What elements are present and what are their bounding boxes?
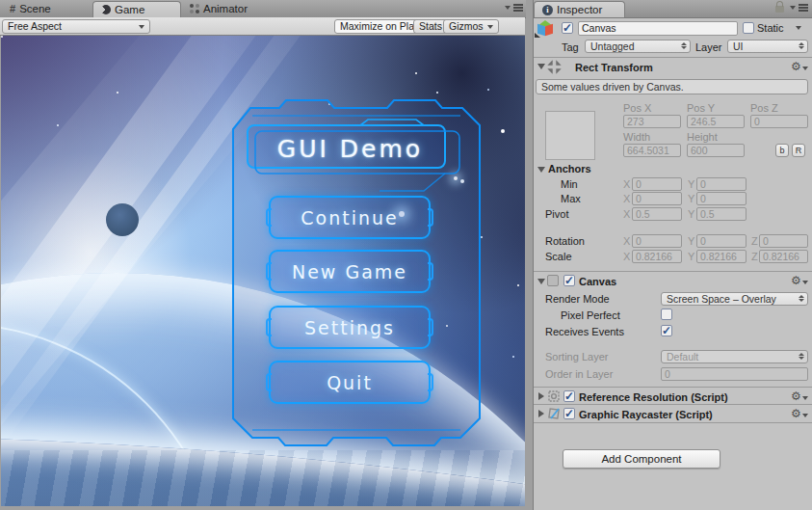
- cube-icon[interactable]: [537, 20, 554, 38]
- tag-label: Tag: [562, 41, 579, 53]
- y-axis-label: Y: [688, 193, 694, 204]
- anchor-min-x-field: 0: [632, 177, 682, 191]
- game-tabbar: # Scene Game Animator: [0, 0, 526, 18]
- pos-y-field: 246.5: [687, 115, 745, 128]
- anchor-preview: [545, 111, 595, 160]
- gear-icon[interactable]: ⚙: [791, 390, 801, 402]
- game-viewport[interactable]: GUI Demo Continue New Game Settings Quit: [1, 36, 525, 506]
- static-checkbox[interactable]: [743, 22, 754, 34]
- static-dropdown-icon[interactable]: [796, 26, 801, 30]
- width-field: 664.5031: [623, 144, 681, 157]
- prefab-arrow-icon: [535, 33, 540, 38]
- driven-values-notice: Some values driven by Canvas.: [536, 79, 808, 94]
- inspector-body: Canvas Static Tag Untagged Layer UI: [534, 17, 812, 510]
- graphic-raycaster-header[interactable]: Graphic Raycaster (Script) ⚙: [534, 404, 812, 423]
- anchor-max-x-field: 0: [632, 192, 682, 205]
- pos-z-field: 0: [750, 115, 808, 128]
- anchors-foldout[interactable]: [537, 167, 545, 173]
- maximize-on-play-label: Maximize on Play: [340, 20, 419, 33]
- continue-button[interactable]: Continue: [269, 196, 431, 239]
- dropdown-arrows-icon: [799, 42, 804, 49]
- height-label: Height: [687, 131, 718, 143]
- reference-resolution-foldout[interactable]: [538, 392, 544, 400]
- quit-button[interactable]: Quit: [269, 361, 431, 404]
- min-label: Min: [561, 178, 578, 190]
- pos-z-label: Pos Z: [750, 102, 778, 114]
- maximize-on-play-button[interactable]: Maximize on Play: [334, 19, 425, 34]
- render-mode-value: Screen Space – Overlay: [667, 293, 776, 305]
- canvas-component-header[interactable]: Canvas ⚙: [534, 271, 812, 289]
- render-mode-label: Render Mode: [545, 293, 610, 305]
- graphic-raycaster-checkbox[interactable]: [563, 408, 575, 419]
- rect-transform-foldout[interactable]: [537, 64, 545, 69]
- tab-scene[interactable]: # Scene: [2, 0, 59, 16]
- raw-edit-mode-button[interactable]: R: [792, 144, 805, 157]
- rect-transform-title: Rect Transform: [575, 62, 653, 73]
- object-name-field[interactable]: Canvas: [578, 21, 738, 36]
- quit-label: Quit: [327, 372, 373, 393]
- inspector-panel-menu[interactable]: [790, 4, 808, 12]
- pivot-y-field: 0.5: [696, 207, 747, 221]
- order-in-layer-field: 0: [661, 367, 808, 381]
- canvas-icon: [547, 275, 559, 286]
- gear-icon[interactable]: ⚙: [791, 61, 801, 72]
- chevron-down-icon: [139, 25, 144, 29]
- tab-game-label: Game: [115, 4, 144, 15]
- blueprint-mode-button[interactable]: b: [775, 144, 789, 157]
- lock-icon[interactable]: [775, 6, 784, 13]
- cube-right-face: [545, 24, 553, 37]
- add-component-button[interactable]: Add Component: [563, 449, 720, 469]
- graphic-raycaster-foldout[interactable]: [538, 410, 544, 417]
- sorting-layer-value: Default: [667, 351, 698, 362]
- tab-scene-label: Scene: [19, 3, 51, 14]
- tab-inspector[interactable]: i Inspector: [534, 1, 625, 17]
- new-game-label: New Game: [292, 261, 407, 282]
- z-axis-label: Z: [751, 235, 758, 247]
- chevron-down-icon: [505, 6, 511, 10]
- rect-transform-icon: [547, 60, 562, 74]
- reference-resolution-title: Reference Resolution (Script): [579, 391, 728, 403]
- reference-resolution-icon: [547, 389, 561, 403]
- layer-value: UI: [733, 40, 744, 52]
- pos-y-label: Pos Y: [687, 102, 715, 114]
- tab-game[interactable]: Game: [92, 1, 181, 17]
- gear-icon[interactable]: ⚙: [791, 275, 801, 286]
- menu-icon: [513, 4, 523, 12]
- chevron-down-icon: [487, 25, 493, 29]
- anchor-min-y-field: 0: [696, 177, 747, 191]
- order-in-layer-label: Order in Layer: [545, 368, 613, 380]
- aspect-dropdown[interactable]: Free Aspect: [2, 19, 150, 34]
- pixel-perfect-checkbox[interactable]: [661, 309, 672, 320]
- object-name-value: Canvas: [582, 22, 616, 34]
- active-checkbox[interactable]: [562, 22, 573, 34]
- gizmos-dropdown[interactable]: Gizmos: [443, 19, 499, 34]
- y-axis-label: Y: [688, 251, 694, 262]
- graphic-raycaster-title: Graphic Raycaster (Script): [579, 409, 713, 420]
- inspector-panel: i Inspector Canvas Static: [533, 0, 812, 510]
- reference-resolution-header[interactable]: Reference Resolution (Script) ⚙: [534, 387, 812, 405]
- gizmos-label: Gizmos: [449, 20, 484, 33]
- render-mode-dropdown[interactable]: Screen Space – Overlay: [661, 292, 808, 306]
- reference-resolution-checkbox[interactable]: [563, 390, 575, 402]
- layer-dropdown[interactable]: UI: [727, 40, 808, 53]
- receives-events-checkbox[interactable]: [661, 325, 672, 336]
- tab-animator[interactable]: Animator: [182, 0, 255, 16]
- gear-icon[interactable]: ⚙: [791, 408, 801, 419]
- settings-button[interactable]: Settings: [269, 306, 431, 349]
- scale-y-field: 0.82166: [696, 250, 747, 263]
- game-view-panel: # Scene Game Animator Free Aspect: [0, 0, 526, 510]
- canvas-enabled-checkbox[interactable]: [563, 275, 575, 286]
- aspect-dropdown-label: Free Aspect: [8, 20, 62, 33]
- canvas-foldout[interactable]: [537, 279, 545, 284]
- pos-x-label: Pos X: [623, 102, 651, 114]
- new-game-button[interactable]: New Game: [269, 250, 431, 293]
- tab-animator-label: Animator: [203, 3, 248, 14]
- animator-icon: [190, 4, 199, 13]
- x-axis-label: X: [623, 235, 630, 247]
- info-icon: i: [542, 5, 553, 15]
- tag-dropdown[interactable]: Untagged: [585, 40, 691, 53]
- game-panel-menu[interactable]: [505, 4, 523, 12]
- x-axis-label: X: [623, 193, 630, 204]
- anchor-max-y-field: 0: [696, 192, 747, 205]
- rotation-y-field: 0: [696, 234, 747, 248]
